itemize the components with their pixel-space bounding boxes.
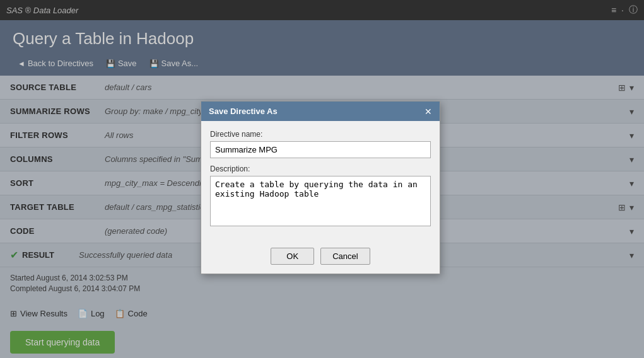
modal-cancel-button[interactable]: Cancel — [320, 248, 370, 265]
directive-name-input[interactable] — [210, 141, 431, 158]
modal-close-button[interactable]: ✕ — [424, 107, 432, 116]
directive-name-label: Directive name: — [210, 130, 431, 139]
modal-footer: OK Cancel — [201, 243, 440, 274]
modal-header: Save Directive As ✕ — [201, 101, 440, 121]
modal-overlay: Save Directive As ✕ Directive name: Desc… — [0, 0, 644, 358]
modal-title: Save Directive As — [209, 107, 278, 116]
modal-ok-button[interactable]: OK — [271, 248, 314, 265]
modal-body: Directive name: Description: Create a ta… — [201, 121, 440, 243]
description-label: Description: — [210, 165, 431, 173]
description-textarea[interactable]: Create a table by querying the data in a… — [210, 176, 431, 226]
save-directive-modal: Save Directive As ✕ Directive name: Desc… — [201, 101, 440, 274]
